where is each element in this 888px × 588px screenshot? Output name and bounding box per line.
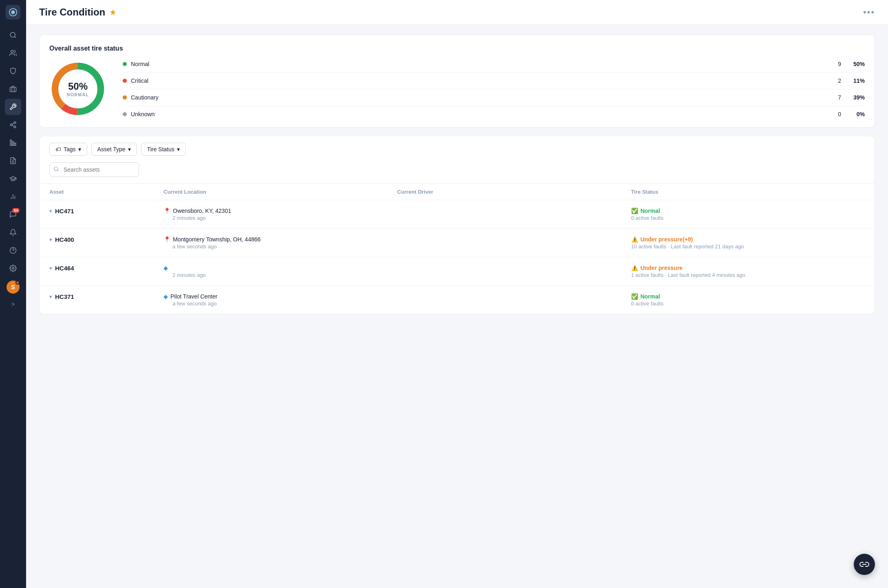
sidebar: 54 S >: [0, 0, 26, 588]
legend-pct-normal: 50%: [845, 61, 865, 67]
location-hc371: ◆ Pilot Travel Center a few seconds ago: [163, 293, 397, 307]
svg-line-9: [12, 125, 14, 126]
sidebar-item-tools[interactable]: [5, 99, 21, 115]
legend-pct-unknown: 0%: [845, 111, 865, 117]
legend-dot-normal: [123, 62, 127, 66]
sidebar-item-education[interactable]: [5, 170, 21, 187]
user-avatar[interactable]: S: [7, 281, 20, 294]
svg-point-1: [11, 10, 15, 14]
more-options-icon[interactable]: •••: [863, 7, 875, 18]
tire-status-hc464: ⚠️ Under pressure 1 active faults · Last…: [631, 265, 865, 278]
asset-name-hc464: ▾ HC464: [49, 265, 163, 272]
legend-dot-cautionary: [123, 95, 127, 99]
sidebar-item-id[interactable]: [5, 81, 21, 97]
svg-point-6: [14, 122, 16, 124]
location-pin-icon: 📍: [163, 236, 170, 243]
location-hc471: 📍 Owensboro, KY, 42301 2 minutes ago: [163, 208, 397, 221]
search-container: [49, 162, 865, 177]
tags-chevron: ▾: [78, 146, 81, 153]
sidebar-item-report[interactable]: [5, 153, 21, 169]
location-diamond-icon: ◆: [163, 293, 168, 300]
sidebar-item-people[interactable]: [5, 45, 21, 61]
svg-line-27: [57, 170, 59, 171]
avatar-dot: [15, 281, 20, 285]
legend-row-cautionary: Cautionary 7 39%: [123, 94, 865, 106]
svg-rect-11: [10, 140, 11, 146]
tags-label: Tags: [64, 146, 76, 153]
warning-triangle-icon: ⚠️: [631, 236, 638, 243]
svg-line-3: [14, 36, 15, 38]
overall-status-title: Overall asset tire status: [49, 45, 865, 52]
filter-buttons: 🏷 Tags ▾ Asset Type ▾ Tire Status ▾: [49, 143, 865, 156]
tire-status-hc371: ✅ Normal 0 active faults: [631, 293, 865, 307]
asset-name-hc400: ▾ HC400: [49, 236, 163, 243]
asset-type-filter-button[interactable]: Asset Type ▾: [91, 143, 137, 156]
legend-dot-unknown: [123, 112, 127, 116]
chevron-icon: ▾: [49, 208, 52, 214]
svg-rect-13: [15, 143, 16, 146]
svg-rect-5: [10, 87, 16, 92]
sidebar-item-search[interactable]: [5, 27, 21, 43]
legend-count-unknown: 0: [825, 111, 841, 117]
tire-status-filter-button[interactable]: Tire Status ▾: [141, 143, 186, 156]
sidebar-item-avatar[interactable]: S: [5, 279, 21, 295]
donut-chart: 50% NORMAL: [49, 60, 106, 117]
tire-status-hc400: ⚠️ Under pressure(+9) 10 active faults ·…: [631, 236, 865, 250]
svg-rect-12: [13, 141, 14, 146]
header-location: Current Location: [163, 189, 397, 195]
favorite-icon[interactable]: ★: [109, 7, 117, 17]
table-row[interactable]: ▾ HC464 ◆ 2 minutes ago ⚠️ Under pressur…: [40, 257, 875, 286]
svg-point-7: [10, 124, 12, 126]
location-pin-icon: 📍: [163, 208, 170, 214]
fab-button[interactable]: [854, 554, 875, 575]
donut-center-pct: 50%: [67, 81, 89, 92]
legend-count-normal: 9: [825, 61, 841, 67]
chevron-icon: ▾: [49, 294, 52, 300]
sidebar-item-help[interactable]: [5, 242, 21, 259]
sidebar-item-bar-chart[interactable]: [5, 188, 21, 205]
status-legend: Normal 9 50% Critical 2 11% Cautionary 7: [123, 61, 865, 117]
page-header: Tire Condition ★ •••: [26, 0, 888, 25]
donut-center-label: NORMAL: [67, 92, 89, 97]
tag-icon: 🏷: [55, 146, 61, 153]
sidebar-expand-button[interactable]: >: [5, 296, 21, 312]
tire-status-overview: 50% NORMAL Normal 9 50% Critical: [49, 60, 865, 117]
search-icon: [53, 166, 59, 173]
check-circle-icon: ✅: [631, 293, 638, 300]
asset-table-section: 🏷 Tags ▾ Asset Type ▾ Tire Status ▾: [39, 136, 875, 314]
chevron-icon: ▾: [49, 265, 52, 271]
legend-label-cautionary: Cautionary: [131, 94, 821, 101]
app-logo[interactable]: [6, 5, 20, 20]
header-tire-status: Tire Status: [631, 189, 865, 195]
table-row[interactable]: ▾ HC371 ◆ Pilot Travel Center a few seco…: [40, 286, 875, 314]
chevron-icon: ▾: [49, 237, 52, 243]
legend-pct-critical: 11%: [845, 77, 865, 84]
table-header: Asset Current Location Current Driver Ti…: [40, 184, 875, 200]
table-row[interactable]: ▾ HC471 📍 Owensboro, KY, 42301 2 minutes…: [40, 200, 875, 229]
legend-label-unknown: Unknown: [131, 111, 821, 117]
legend-count-cautionary: 7: [825, 94, 841, 101]
page-title: Tire Condition: [39, 7, 105, 18]
tire-status-label: Tire Status: [147, 146, 175, 153]
table-row[interactable]: ▾ HC400 📍 Montgomery Township, OH, 44866…: [40, 229, 875, 257]
svg-point-8: [14, 126, 16, 128]
sidebar-item-bell[interactable]: [5, 224, 21, 241]
asset-name-hc471: ▾ HC471: [49, 208, 163, 214]
sidebar-item-analytics[interactable]: [5, 135, 21, 151]
svg-line-10: [12, 123, 14, 124]
svg-point-4: [11, 50, 13, 53]
location-hc400: 📍 Montgomery Township, OH, 44866 a few s…: [163, 236, 397, 250]
sidebar-item-messages[interactable]: 54: [5, 206, 21, 223]
tire-status-hc471: ✅ Normal 0 active faults: [631, 208, 865, 221]
warning-triangle-icon: ⚠️: [631, 265, 638, 271]
sidebar-item-shield[interactable]: [5, 63, 21, 79]
legend-count-critical: 2: [825, 77, 841, 84]
check-circle-icon: ✅: [631, 208, 638, 214]
search-assets-input[interactable]: [49, 162, 139, 177]
sidebar-item-workflow[interactable]: [5, 117, 21, 133]
legend-pct-cautionary: 39%: [845, 94, 865, 101]
sidebar-item-settings[interactable]: [5, 260, 21, 276]
asset-name-hc371: ▾ HC371: [49, 293, 163, 300]
overall-status-card: Overall asset tire status: [39, 35, 875, 128]
tags-filter-button[interactable]: 🏷 Tags ▾: [49, 143, 87, 156]
